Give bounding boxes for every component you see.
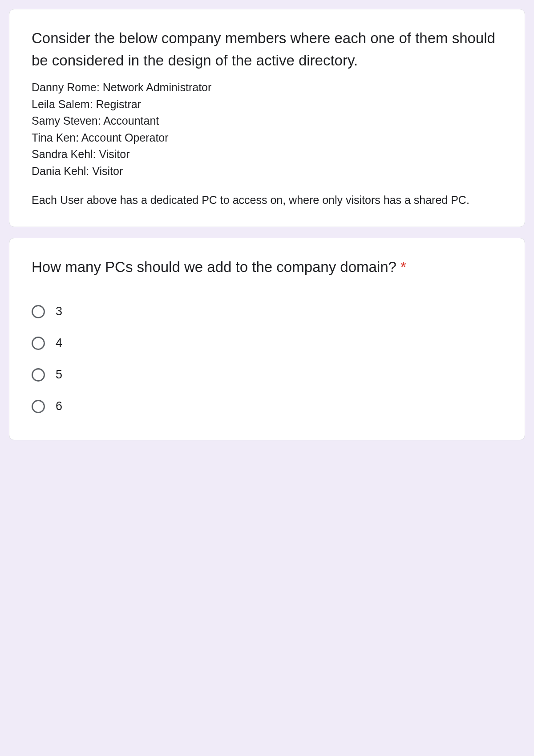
radio-label: 5	[56, 368, 62, 382]
member-item: Dania Kehl: Visitor	[32, 163, 502, 180]
radio-option-5[interactable]: 5	[32, 359, 502, 390]
question-note: Each User above has a dedicated PC to ac…	[32, 192, 502, 209]
radio-option-3[interactable]: 3	[32, 296, 502, 327]
question-card-2: How many PCs should we add to the compan…	[9, 238, 525, 441]
question-title-container: How many PCs should we add to the compan…	[32, 256, 502, 278]
question-card-1: Consider the below company members where…	[9, 9, 525, 227]
radio-icon	[32, 368, 45, 382]
radio-label: 6	[56, 399, 62, 413]
radio-icon	[32, 305, 45, 318]
required-asterisk: *	[400, 259, 406, 275]
member-item: Tina Ken: Account Operator	[32, 130, 502, 146]
radio-icon	[32, 400, 45, 413]
radio-label: 3	[56, 305, 62, 318]
member-item: Danny Rome: Network Administrator	[32, 79, 502, 96]
question-title: Consider the below company members where…	[32, 27, 502, 71]
radio-label: 4	[56, 336, 62, 350]
members-list: Danny Rome: Network Administrator Leila …	[32, 79, 502, 179]
radio-options: 3 4 5 6	[32, 296, 502, 422]
member-item: Samy Steven: Accountant	[32, 113, 502, 130]
question-title: How many PCs should we add to the compan…	[32, 259, 400, 275]
radio-option-4[interactable]: 4	[32, 327, 502, 359]
member-item: Sandra Kehl: Visitor	[32, 146, 502, 163]
radio-option-6[interactable]: 6	[32, 390, 502, 422]
member-item: Leila Salem: Registrar	[32, 96, 502, 113]
radio-icon	[32, 337, 45, 350]
